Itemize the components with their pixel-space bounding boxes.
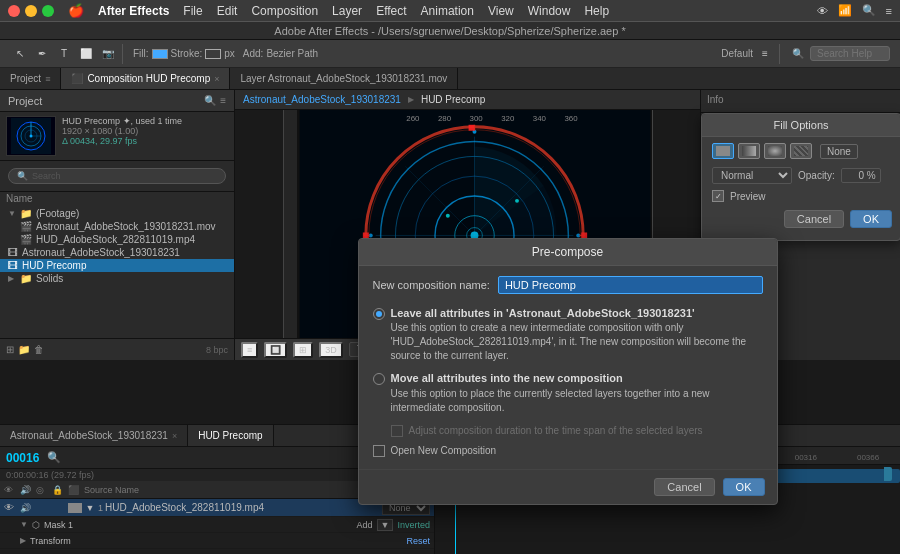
item-name-info: HUD Precomp ✦, used 1 time (62, 116, 228, 126)
canvas-menu-btn[interactable]: ≡ (241, 342, 258, 358)
preview-checkbox[interactable]: ✓ (712, 190, 724, 202)
tab-layer-label: Layer Astronaut_AdobeStock_193018231.mov (240, 73, 447, 84)
menu-window[interactable]: Window (528, 4, 571, 18)
new-item-icon[interactable]: ⊞ (6, 344, 14, 355)
comp-hud-precomp[interactable]: 🎞 HUD Precomp (0, 259, 234, 272)
camera-tool[interactable]: 📷 (98, 44, 118, 64)
solids-expand[interactable]: ▶ (8, 274, 16, 283)
mask-expand[interactable]: ▼ (20, 520, 28, 529)
menu-extras[interactable]: ≡ (886, 5, 892, 17)
mask-mode[interactable]: ▼ (377, 519, 394, 531)
track-end-handle[interactable] (884, 467, 892, 481)
footage-label: (Footage) (36, 208, 79, 219)
tab-layer[interactable]: Layer Astronaut_AdobeStock_193018231.mov (230, 68, 458, 89)
canvas-grid-btn[interactable]: ⊞ (293, 342, 313, 358)
opacity-input[interactable] (841, 168, 881, 183)
breadcrumb-parent[interactable]: Astronaut_AdobeStock_193018231 (243, 94, 401, 105)
search-icon[interactable]: 🔍 (862, 4, 876, 17)
apple-menu[interactable]: 🍎 (68, 3, 84, 18)
fill-swatch[interactable] (152, 49, 168, 59)
layer-audio-toggle[interactable]: 🔊 (20, 503, 34, 513)
canvas-3d-btn[interactable]: 3D (319, 342, 343, 358)
fill-solid-btn[interactable] (712, 143, 734, 159)
help-search[interactable] (810, 46, 890, 61)
check1-row: Adjust composition duration to the time … (373, 423, 763, 439)
precompose-body: New composition name: Leave all attribut… (359, 266, 777, 469)
col-source: Source Name (84, 485, 368, 495)
menu-view[interactable]: View (488, 4, 514, 18)
tab-composition[interactable]: ⬛ Composition HUD Precomp × (61, 68, 230, 89)
stroke-swatch[interactable] (205, 49, 221, 59)
tl-tab-hud[interactable]: HUD Precomp (188, 425, 273, 446)
tab-project-close[interactable]: ≡ (45, 74, 50, 84)
radio-option2[interactable] (373, 373, 385, 385)
layer-color-label[interactable] (68, 503, 82, 513)
comp-name-input[interactable] (498, 276, 763, 294)
layer-expand[interactable]: ▼ (84, 503, 96, 513)
project-search-icon[interactable]: 🔍 (204, 95, 216, 106)
fill-cancel-button[interactable]: Cancel (784, 210, 844, 228)
tool-group-select: ↖ ✒ T ⬜ 📷 (6, 44, 123, 64)
transform-row[interactable]: ▶ Transform Reset (0, 533, 434, 549)
precompose-dialog: Pre-compose New composition name: Leave … (358, 238, 778, 505)
tab-project-label: Project (10, 73, 41, 84)
menu-layer[interactable]: Layer (332, 4, 362, 18)
file-hud-label: HUD_AdobeStock_282811019.mp4 (36, 234, 195, 245)
menu-help[interactable]: Help (584, 4, 609, 18)
check1-label: Adjust composition duration to the time … (409, 425, 703, 436)
blend-mode-select[interactable]: Normal (712, 167, 792, 184)
menu-file[interactable]: File (183, 4, 202, 18)
maximize-button[interactable] (42, 5, 54, 17)
menu-edit[interactable]: Edit (217, 4, 238, 18)
radio-option1[interactable] (373, 308, 385, 320)
file-astronaut[interactable]: 🎬 Astronaut_AdobeStock_193018231.mov (0, 220, 234, 233)
fill-linear-btn[interactable] (738, 143, 760, 159)
type-tool[interactable]: T (54, 44, 74, 64)
project-search-field[interactable]: 🔍 Search (8, 168, 226, 184)
layer-number: 1 (98, 503, 103, 513)
delete-icon[interactable]: 🗑 (34, 344, 44, 355)
minimize-button[interactable] (25, 5, 37, 17)
precompose-ok-button[interactable]: OK (723, 478, 765, 496)
folder-solids[interactable]: ▶ 📁 Solids (0, 272, 234, 285)
folder-footage[interactable]: ▼ 📁 (Footage) (0, 207, 234, 220)
search-toggle[interactable]: 🔍 (788, 44, 808, 64)
radio-option2-text: Move all attributes into the new composi… (391, 371, 763, 414)
canvas-view-btn[interactable]: 🔲 (264, 342, 287, 358)
tl-tab-astronaut[interactable]: Astronaut_AdobeStock_193018231 × (0, 425, 188, 446)
mask1-row[interactable]: ▼ ⬡ Mask 1 Add ▼ Inverted (0, 517, 434, 533)
folder-icon-btn[interactable]: 📁 (18, 344, 30, 355)
tl-tab-astronaut-close[interactable]: × (172, 431, 177, 441)
item-fps: Δ 00434, 29.97 fps (62, 136, 228, 146)
tab-composition-close[interactable]: × (214, 74, 219, 84)
tl-tab-hud-label: HUD Precomp (198, 430, 262, 441)
window-title: Adobe After Effects - /Users/sgruenwe/De… (274, 25, 625, 37)
check2-label: Open New Composition (391, 445, 497, 456)
precompose-cancel-button[interactable]: Cancel (654, 478, 714, 496)
fill-none-color-btn[interactable] (790, 143, 812, 159)
menu-effect[interactable]: Effect (376, 4, 406, 18)
file-hud[interactable]: 🎬 HUD_AdobeStock_282811019.mp4 (0, 233, 234, 246)
workspace-options[interactable]: ≡ (755, 44, 775, 64)
add-btn[interactable]: Add (357, 520, 373, 530)
pen-tool[interactable]: ✒ (32, 44, 52, 64)
comp-astronaut[interactable]: 🎞 Astronaut_AdobeStock_193018231 (0, 246, 234, 259)
selection-tool[interactable]: ↖ (10, 44, 30, 64)
tab-project[interactable]: Project ≡ (0, 68, 61, 89)
search-icon-small: 🔍 (17, 171, 28, 181)
close-button[interactable] (8, 5, 20, 17)
menu-composition[interactable]: Composition (251, 4, 318, 18)
layer-eye-toggle[interactable]: 👁 (4, 502, 18, 513)
fill-ok-button[interactable]: OK (850, 210, 892, 228)
fill-none-btn[interactable]: None (820, 144, 858, 159)
reset-link[interactable]: Reset (406, 536, 430, 546)
project-menu-icon[interactable]: ≡ (220, 95, 226, 106)
tl-search-icon[interactable]: 🔍 (47, 451, 61, 464)
notification-icon[interactable]: 👁 (817, 5, 828, 17)
fill-radial-btn[interactable] (764, 143, 786, 159)
transform-expand[interactable]: ▶ (20, 536, 26, 545)
footage-expand[interactable]: ▼ (8, 209, 16, 218)
menu-animation[interactable]: Animation (421, 4, 474, 18)
shape-tool[interactable]: ⬜ (76, 44, 96, 64)
check2-box[interactable] (373, 445, 385, 457)
